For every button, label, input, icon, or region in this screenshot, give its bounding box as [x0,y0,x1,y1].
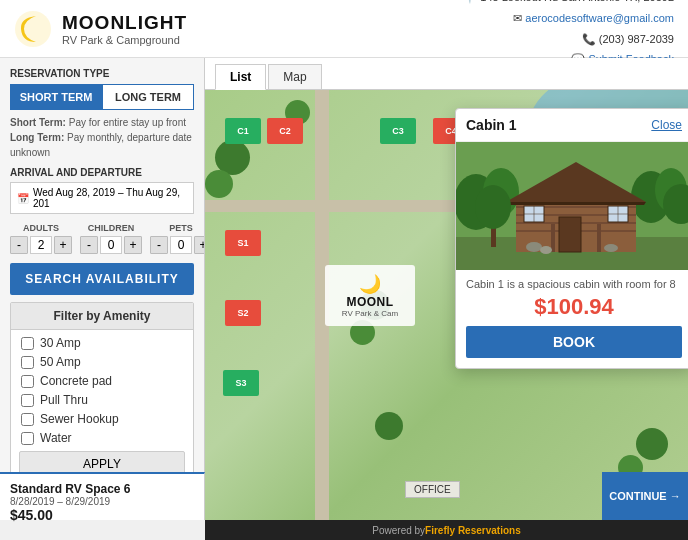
tree-7 [636,428,668,460]
adults-label: ADULTS [23,223,59,233]
pets-value: 0 [170,236,192,254]
filter-30amp[interactable]: 30 Amp [21,336,183,350]
main-layout: RESERVATION TYPE SHORT TERM LONG TERM Sh… [0,58,688,540]
tab-bar: List Map [205,58,688,90]
children-value: 0 [100,236,122,254]
adults-decrement[interactable]: - [10,236,28,254]
cabin-c1[interactable]: C1 [225,118,261,144]
filter-list: 30 Amp 50 Amp Concrete pad Pull Thru Sew… [11,330,193,445]
filter-50amp[interactable]: 50 Amp [21,355,183,369]
short-term-desc-label: Short Term: [10,117,66,128]
svg-rect-15 [559,217,581,252]
phone-icon: 📞 [582,33,596,45]
header: MOONLIGHT RV Park & Campground 📍 145 Loo… [0,0,688,58]
logo-area: MOONLIGHT RV Park & Campground [14,10,187,48]
tab-list[interactable]: List [215,64,266,90]
email-icon: ✉ [513,12,522,24]
short-term-desc-text: Pay for entire stay up front [69,117,186,128]
svg-marker-14 [506,202,646,205]
calendar-icon: 📅 [17,193,29,204]
tree-11 [375,412,403,440]
popup-description: Cabin 1 is a spacious cabin with room fo… [456,270,688,292]
bottom-bar-dates: 8/28/2019 – 8/29/2019 [10,496,194,507]
svg-point-27 [604,244,618,252]
continue-button[interactable]: CONTINUE → [602,472,688,520]
arrival-label: ARRIVAL AND DEPARTURE [10,167,194,178]
svg-rect-24 [597,224,601,252]
office-label: OFFICE [405,481,460,498]
spot-s3[interactable]: S3 [223,370,259,396]
svg-point-26 [540,246,552,254]
children-label: CHILDREN [88,223,135,233]
bottom-bar: Standard RV Space 6 8/28/2019 – 8/29/201… [0,472,205,520]
pets-group: PETS - 0 + [150,223,205,254]
popup-header: Cabin 1 Close [456,109,688,142]
adults-value: 2 [30,236,52,254]
location-icon: 📍 [463,0,477,3]
map-logo-overlay: 🌙 MOONL RV Park & Cam [325,265,415,326]
arrival-section: ARRIVAL AND DEPARTURE 📅 Wed Aug 28, 2019… [10,167,194,214]
date-input[interactable]: 📅 Wed Aug 28, 2019 – Thu Aug 29, 201 [10,182,194,214]
filter-header: Filter by Amenity [11,303,193,330]
pets-label: PETS [169,223,193,233]
term-description: Short Term: Pay for entire stay up front… [10,115,194,160]
children-increment[interactable]: + [124,236,142,254]
tab-map[interactable]: Map [268,64,321,89]
adults-increment[interactable]: + [54,236,72,254]
popup-title: Cabin 1 [466,117,517,133]
map-content: C1 C2 C3 C4 S1 S2 S3 🌙 MOONL RV Park & C… [205,90,688,520]
tree-2 [205,170,233,198]
book-button[interactable]: BOOK [466,326,682,358]
logo-title: MOONLIGHT [62,12,187,34]
map-logo-subtext: RV Park & Cam [337,309,403,318]
cabin-scene-svg [456,142,688,270]
children-group: CHILDREN - 0 + [80,223,142,254]
footer-text: Powered by [372,525,425,536]
spot-s2[interactable]: S2 [225,300,261,326]
search-availability-button[interactable]: SEARCH AVAILABILITY [10,263,194,295]
logo-subtitle: RV Park & Campground [62,34,187,46]
cabin-popup: Cabin 1 Close [455,108,688,369]
cabin-c2[interactable]: C2 [267,118,303,144]
map-area: List Map C1 C2 [205,58,688,540]
long-term-desc-label: Long Term: [10,132,64,143]
map-logo-text: MOONL [337,295,403,309]
svg-rect-23 [551,224,555,252]
filter-concrete[interactable]: Concrete pad [21,374,183,388]
bottom-bar-name: Standard RV Space 6 [10,482,194,496]
popup-image [456,142,688,270]
popup-close-button[interactable]: Close [651,118,682,132]
children-decrement[interactable]: - [80,236,98,254]
short-term-button[interactable]: SHORT TERM [10,84,102,110]
svg-point-25 [526,242,542,252]
footer-brand: Firefly Reservations [425,525,521,536]
filter-sewer[interactable]: Sewer Hookup [21,412,183,426]
filter-water[interactable]: Water [21,431,183,445]
filter-pullthru[interactable]: Pull Thru [21,393,183,407]
email-link[interactable]: aerocodesoftware@gmail.com [525,12,674,24]
spot-s1[interactable]: S1 [225,230,261,256]
footer: Powered by Firefly Reservations [205,520,688,540]
bottom-bar-price: $45.00 [10,507,194,523]
sidebar: RESERVATION TYPE SHORT TERM LONG TERM Sh… [0,58,205,492]
guests-section: ADULTS - 2 + CHILDREN - 0 + PETS - [10,223,194,254]
reservation-type-section: RESERVATION TYPE SHORT TERM LONG TERM Sh… [10,68,194,160]
filter-section: Filter by Amenity 30 Amp 50 Amp Concrete… [10,302,194,484]
date-value: Wed Aug 28, 2019 – Thu Aug 29, 201 [33,187,187,209]
reservation-type-label: RESERVATION TYPE [10,68,194,79]
pets-decrement[interactable]: - [150,236,168,254]
popup-price: $100.94 [456,292,688,326]
moon-logo-icon [14,10,52,48]
pets-increment[interactable]: + [194,236,205,254]
adults-group: ADULTS - 2 + [10,223,72,254]
svg-point-29 [475,185,511,229]
cabin-c3[interactable]: C3 [380,118,416,144]
long-term-button[interactable]: LONG TERM [102,84,194,110]
